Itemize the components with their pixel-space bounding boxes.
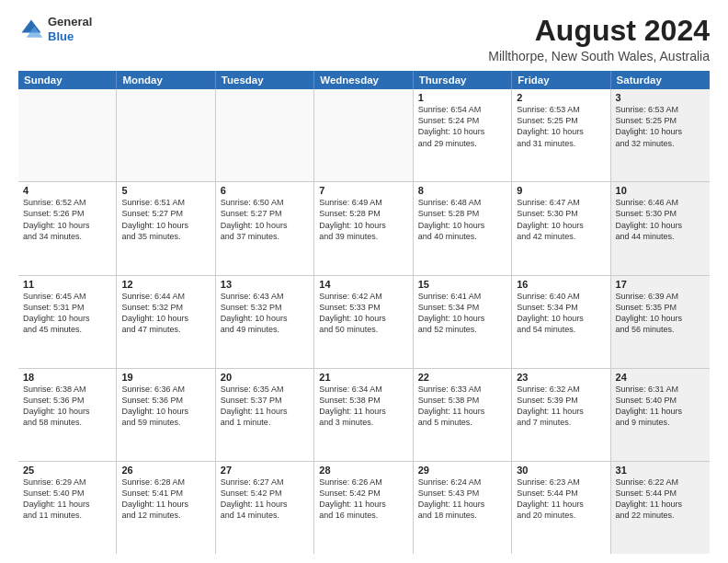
- day-number: 1: [418, 92, 506, 103]
- day-number: 30: [517, 465, 605, 476]
- header: General Blue August 2024 Millthorpe, New…: [18, 15, 710, 63]
- cell-info: Sunrise: 6:23 AM Sunset: 5:44 PM Dayligh…: [517, 477, 605, 522]
- day-number: 5: [121, 185, 210, 196]
- calendar-cell: 7Sunrise: 6:49 AM Sunset: 5:28 PM Daylig…: [314, 182, 413, 274]
- calendar-cell: 24Sunrise: 6:31 AM Sunset: 5:40 PM Dayli…: [611, 369, 710, 461]
- calendar-header-cell: Tuesday: [216, 71, 314, 89]
- calendar-cell: 23Sunrise: 6:32 AM Sunset: 5:39 PM Dayli…: [512, 369, 610, 461]
- calendar-row: 18Sunrise: 6:38 AM Sunset: 5:36 PM Dayli…: [18, 369, 710, 462]
- day-number: 7: [319, 185, 407, 196]
- calendar-cell: 15Sunrise: 6:41 AM Sunset: 5:34 PM Dayli…: [414, 276, 512, 368]
- calendar-header-cell: Sunday: [18, 71, 117, 89]
- day-number: 14: [319, 279, 407, 290]
- cell-info: Sunrise: 6:34 AM Sunset: 5:38 PM Dayligh…: [319, 384, 407, 429]
- calendar-row: 1Sunrise: 6:54 AM Sunset: 5:24 PM Daylig…: [18, 89, 710, 182]
- day-number: 17: [616, 279, 705, 290]
- calendar-cell: 6Sunrise: 6:50 AM Sunset: 5:27 PM Daylig…: [216, 182, 314, 274]
- calendar-cell: 8Sunrise: 6:48 AM Sunset: 5:28 PM Daylig…: [414, 182, 512, 274]
- cell-info: Sunrise: 6:53 AM Sunset: 5:25 PM Dayligh…: [616, 104, 705, 149]
- calendar-cell: 17Sunrise: 6:39 AM Sunset: 5:35 PM Dayli…: [611, 276, 710, 368]
- logo-text: General Blue: [48, 15, 92, 43]
- day-number: 29: [418, 465, 506, 476]
- cell-info: Sunrise: 6:54 AM Sunset: 5:24 PM Dayligh…: [418, 104, 506, 149]
- day-number: 31: [616, 465, 705, 476]
- calendar-header-cell: Saturday: [611, 71, 710, 89]
- calendar-cell: 27Sunrise: 6:27 AM Sunset: 5:42 PM Dayli…: [216, 462, 314, 554]
- calendar-header-cell: Thursday: [414, 71, 512, 89]
- day-number: 25: [23, 465, 111, 476]
- calendar-cell: 11Sunrise: 6:45 AM Sunset: 5:31 PM Dayli…: [18, 276, 117, 368]
- cell-info: Sunrise: 6:47 AM Sunset: 5:30 PM Dayligh…: [517, 197, 605, 242]
- calendar: SundayMondayTuesdayWednesdayThursdayFrid…: [18, 71, 710, 554]
- day-number: 24: [616, 372, 705, 383]
- cell-info: Sunrise: 6:32 AM Sunset: 5:39 PM Dayligh…: [517, 384, 605, 429]
- calendar-cell: 2Sunrise: 6:53 AM Sunset: 5:25 PM Daylig…: [512, 89, 610, 181]
- day-number: 12: [121, 279, 210, 290]
- location: Millthorpe, New South Wales, Australia: [488, 49, 710, 63]
- day-number: 11: [23, 279, 111, 290]
- day-number: 13: [221, 279, 309, 290]
- calendar-cell: 30Sunrise: 6:23 AM Sunset: 5:44 PM Dayli…: [512, 462, 610, 554]
- cell-info: Sunrise: 6:44 AM Sunset: 5:32 PM Dayligh…: [121, 291, 210, 336]
- calendar-cell: [314, 89, 413, 181]
- calendar-cell: 10Sunrise: 6:46 AM Sunset: 5:30 PM Dayli…: [611, 182, 710, 274]
- cell-info: Sunrise: 6:38 AM Sunset: 5:36 PM Dayligh…: [23, 384, 111, 429]
- day-number: 8: [418, 185, 506, 196]
- cell-info: Sunrise: 6:53 AM Sunset: 5:25 PM Dayligh…: [517, 104, 605, 149]
- cell-info: Sunrise: 6:43 AM Sunset: 5:32 PM Dayligh…: [221, 291, 309, 336]
- cell-info: Sunrise: 6:31 AM Sunset: 5:40 PM Dayligh…: [616, 384, 705, 429]
- cell-info: Sunrise: 6:52 AM Sunset: 5:26 PM Dayligh…: [23, 197, 111, 242]
- cell-info: Sunrise: 6:39 AM Sunset: 5:35 PM Dayligh…: [616, 291, 705, 336]
- calendar-cell: 19Sunrise: 6:36 AM Sunset: 5:36 PM Dayli…: [117, 369, 215, 461]
- cell-info: Sunrise: 6:29 AM Sunset: 5:40 PM Dayligh…: [23, 477, 111, 522]
- calendar-row: 11Sunrise: 6:45 AM Sunset: 5:31 PM Dayli…: [18, 276, 710, 369]
- day-number: 23: [517, 372, 605, 383]
- cell-info: Sunrise: 6:51 AM Sunset: 5:27 PM Dayligh…: [121, 197, 210, 242]
- day-number: 10: [616, 185, 705, 196]
- cell-info: Sunrise: 6:45 AM Sunset: 5:31 PM Dayligh…: [23, 291, 111, 336]
- calendar-cell: 26Sunrise: 6:28 AM Sunset: 5:41 PM Dayli…: [117, 462, 215, 554]
- calendar-cell: 20Sunrise: 6:35 AM Sunset: 5:37 PM Dayli…: [216, 369, 314, 461]
- calendar-cell: 25Sunrise: 6:29 AM Sunset: 5:40 PM Dayli…: [18, 462, 117, 554]
- calendar-row: 4Sunrise: 6:52 AM Sunset: 5:26 PM Daylig…: [18, 182, 710, 275]
- day-number: 26: [121, 465, 210, 476]
- day-number: 4: [23, 185, 111, 196]
- page: General Blue August 2024 Millthorpe, New…: [0, 0, 728, 563]
- cell-info: Sunrise: 6:48 AM Sunset: 5:28 PM Dayligh…: [418, 197, 506, 242]
- day-number: 20: [221, 372, 309, 383]
- calendar-header-cell: Wednesday: [314, 71, 413, 89]
- calendar-cell: 31Sunrise: 6:22 AM Sunset: 5:44 PM Dayli…: [611, 462, 710, 554]
- day-number: 15: [418, 279, 506, 290]
- cell-info: Sunrise: 6:22 AM Sunset: 5:44 PM Dayligh…: [616, 477, 705, 522]
- cell-info: Sunrise: 6:40 AM Sunset: 5:34 PM Dayligh…: [517, 291, 605, 336]
- calendar-cell: 18Sunrise: 6:38 AM Sunset: 5:36 PM Dayli…: [18, 369, 117, 461]
- cell-info: Sunrise: 6:49 AM Sunset: 5:28 PM Dayligh…: [319, 197, 407, 242]
- cell-info: Sunrise: 6:27 AM Sunset: 5:42 PM Dayligh…: [221, 477, 309, 522]
- calendar-cell: 4Sunrise: 6:52 AM Sunset: 5:26 PM Daylig…: [18, 182, 117, 274]
- day-number: 2: [517, 92, 605, 103]
- calendar-header: SundayMondayTuesdayWednesdayThursdayFrid…: [18, 71, 710, 89]
- calendar-cell: 3Sunrise: 6:53 AM Sunset: 5:25 PM Daylig…: [611, 89, 710, 181]
- day-number: 19: [121, 372, 210, 383]
- day-number: 9: [517, 185, 605, 196]
- calendar-cell: 14Sunrise: 6:42 AM Sunset: 5:33 PM Dayli…: [314, 276, 413, 368]
- day-number: 18: [23, 372, 111, 383]
- day-number: 22: [418, 372, 506, 383]
- calendar-cell: 13Sunrise: 6:43 AM Sunset: 5:32 PM Dayli…: [216, 276, 314, 368]
- logo: General Blue: [18, 15, 92, 43]
- cell-info: Sunrise: 6:41 AM Sunset: 5:34 PM Dayligh…: [418, 291, 506, 336]
- calendar-body: 1Sunrise: 6:54 AM Sunset: 5:24 PM Daylig…: [18, 89, 710, 554]
- calendar-cell: 21Sunrise: 6:34 AM Sunset: 5:38 PM Dayli…: [314, 369, 413, 461]
- day-number: 28: [319, 465, 407, 476]
- logo-icon: [18, 17, 44, 42]
- calendar-header-cell: Friday: [512, 71, 610, 89]
- cell-info: Sunrise: 6:42 AM Sunset: 5:33 PM Dayligh…: [319, 291, 407, 336]
- calendar-cell: [216, 89, 314, 181]
- calendar-cell: 22Sunrise: 6:33 AM Sunset: 5:38 PM Dayli…: [414, 369, 512, 461]
- calendar-cell: 1Sunrise: 6:54 AM Sunset: 5:24 PM Daylig…: [414, 89, 512, 181]
- calendar-cell: 9Sunrise: 6:47 AM Sunset: 5:30 PM Daylig…: [512, 182, 610, 274]
- day-number: 6: [221, 185, 309, 196]
- day-number: 21: [319, 372, 407, 383]
- calendar-cell: 28Sunrise: 6:26 AM Sunset: 5:42 PM Dayli…: [314, 462, 413, 554]
- cell-info: Sunrise: 6:50 AM Sunset: 5:27 PM Dayligh…: [221, 197, 309, 242]
